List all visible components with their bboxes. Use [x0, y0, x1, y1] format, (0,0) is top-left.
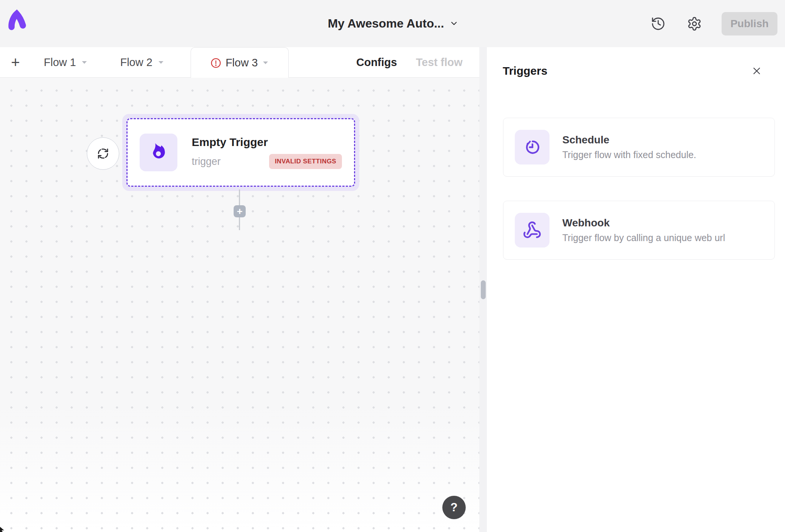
flow-canvas[interactable]: Empty Trigger trigger INVALID SETTINGS +…: [0, 78, 479, 532]
webhook-icon: [523, 221, 542, 240]
caret-down-icon[interactable]: [262, 61, 269, 65]
trigger-node-title: Empty Trigger: [192, 136, 342, 149]
trigger-node-icon-box: [140, 134, 177, 171]
timer-icon: [523, 138, 542, 157]
alert-circle-icon: [211, 58, 221, 68]
trigger-option-schedule[interactable]: Schedule Trigger flow with fixed schedul…: [503, 118, 775, 177]
refresh-icon: [97, 148, 109, 160]
trigger-node-text: Empty Trigger trigger INVALID SETTINGS: [192, 136, 342, 169]
close-panel-button[interactable]: [750, 65, 763, 77]
caret-down-icon[interactable]: [81, 60, 88, 65]
flow-title-menu[interactable]: My Awesome Auto...: [328, 0, 457, 47]
flow-title: My Awesome Auto...: [328, 17, 444, 31]
trigger-card-title: Webhook: [562, 217, 725, 229]
top-bar: My Awesome Auto... Publish: [0, 0, 785, 47]
configs-button[interactable]: Configs: [356, 47, 397, 78]
test-flow-button: Test flow: [416, 47, 463, 78]
tab-flow-1[interactable]: Flow 1: [34, 47, 97, 77]
trigger-node-card[interactable]: Empty Trigger trigger INVALID SETTINGS: [126, 118, 355, 187]
webhook-card-text: Webhook Trigger flow by calling a unique…: [562, 217, 725, 243]
caret-down-icon[interactable]: [158, 60, 164, 65]
tab-flow-3-active[interactable]: Flow 3: [191, 47, 289, 78]
tab-label: Flow 1: [44, 56, 76, 69]
help-button[interactable]: ?: [442, 496, 466, 519]
tab-label: Flow 2: [120, 56, 152, 69]
mouse-cursor-icon: [0, 525, 8, 532]
flow-tab-bar: + Flow 1 Flow 2 Flow 3 Config: [0, 47, 479, 78]
close-icon: [752, 66, 762, 76]
add-step-button[interactable]: +: [234, 205, 246, 217]
canvas-scrollbar-track: [479, 47, 487, 532]
version-history-button[interactable]: [648, 14, 668, 34]
trigger-card-title: Schedule: [562, 134, 696, 146]
trigger-option-webhook[interactable]: Webhook Trigger flow by calling a unique…: [503, 201, 775, 260]
triggers-panel-header: Triggers: [487, 47, 785, 77]
tab-flow-2[interactable]: Flow 2: [110, 47, 174, 77]
retry-trigger-button[interactable]: [87, 137, 119, 170]
gear-icon: [687, 16, 702, 31]
triggers-panel: Triggers Schedule Trigger flow with: [487, 47, 785, 532]
webhook-icon-box: [515, 213, 550, 248]
app-window: My Awesome Auto... Publish: [0, 0, 785, 532]
plus-icon: +: [11, 54, 20, 71]
history-icon: [651, 16, 666, 31]
schedule-icon-box: [515, 130, 550, 165]
trigger-node-subtitle: trigger: [192, 156, 221, 168]
canvas-scrollbar-thumb[interactable]: [481, 280, 486, 299]
trigger-node-selected[interactable]: Empty Trigger trigger INVALID SETTINGS: [122, 114, 359, 191]
chevron-down-icon: [451, 22, 457, 26]
trigger-card-description: Trigger flow by calling a unique web url: [562, 232, 725, 243]
settings-button[interactable]: [685, 14, 704, 34]
invalid-settings-badge: INVALID SETTINGS: [269, 154, 342, 169]
panel-title: Triggers: [503, 65, 547, 77]
tab-label: Flow 3: [226, 57, 258, 69]
question-mark-icon: ?: [451, 501, 458, 514]
flame-icon: [148, 141, 169, 163]
trigger-card-description: Trigger flow with fixed schedule.: [562, 149, 696, 160]
schedule-card-text: Schedule Trigger flow with fixed schedul…: [562, 134, 696, 160]
add-flow-button[interactable]: +: [7, 54, 24, 71]
app-logo-icon: [7, 9, 30, 32]
publish-button[interactable]: Publish: [722, 12, 777, 35]
top-actions: Publish: [648, 0, 777, 47]
